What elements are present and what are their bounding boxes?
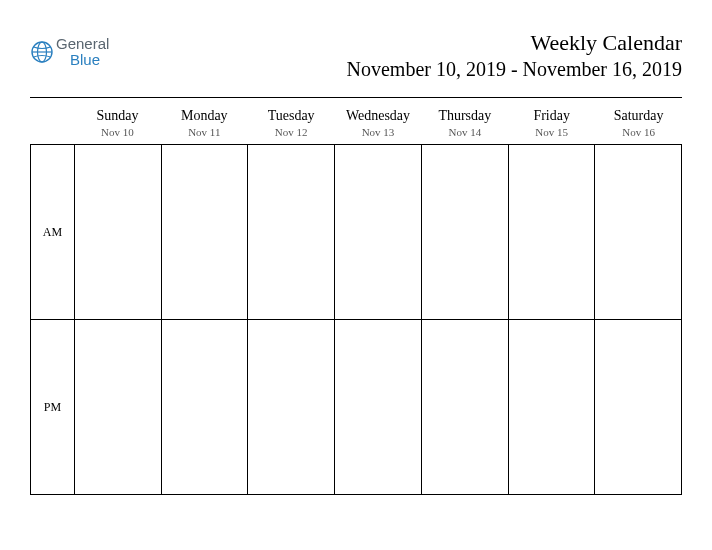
calendar-cell: [74, 145, 161, 320]
page-title: Weekly Calendar: [347, 30, 683, 56]
calendar-cell: [508, 320, 595, 495]
day-date: Nov 14: [421, 126, 508, 138]
calendar-cell: [247, 145, 334, 320]
day-name: Tuesday: [248, 108, 335, 124]
logo-line1: General: [56, 36, 109, 52]
day-header: Wednesday Nov 13: [335, 108, 422, 138]
logo-text: General Blue: [56, 36, 109, 68]
calendar-cell: [421, 145, 508, 320]
day-headers: Sunday Nov 10 Monday Nov 11 Tuesday Nov …: [30, 108, 682, 138]
period-am: AM: [30, 145, 74, 320]
day-header-spacer: [30, 108, 74, 138]
day-name: Thursday: [421, 108, 508, 124]
calendar-cell: [247, 320, 334, 495]
date-range: November 10, 2019 - November 16, 2019: [347, 58, 683, 81]
day-date: Nov 11: [161, 126, 248, 138]
day-name: Saturday: [595, 108, 682, 124]
day-header: Sunday Nov 10: [74, 108, 161, 138]
header: General Blue Weekly Calendar November 10…: [30, 30, 682, 98]
day-header: Monday Nov 11: [161, 108, 248, 138]
day-date: Nov 10: [74, 126, 161, 138]
day-header: Thursday Nov 14: [421, 108, 508, 138]
logo: General Blue: [30, 30, 109, 68]
period-pm: PM: [30, 320, 74, 495]
day-name: Sunday: [74, 108, 161, 124]
day-name: Wednesday: [335, 108, 422, 124]
globe-icon: [30, 40, 54, 64]
calendar-cell: [161, 145, 248, 320]
calendar-cell: [421, 320, 508, 495]
day-header: Tuesday Nov 12: [248, 108, 335, 138]
day-date: Nov 12: [248, 126, 335, 138]
day-name: Friday: [508, 108, 595, 124]
day-name: Monday: [161, 108, 248, 124]
calendar-cell: [334, 145, 421, 320]
day-header: Friday Nov 15: [508, 108, 595, 138]
calendar-cell: [508, 145, 595, 320]
calendar-grid: AM PM: [30, 144, 682, 495]
calendar-cell: [334, 320, 421, 495]
logo-line2: Blue: [56, 52, 109, 68]
day-header: Saturday Nov 16: [595, 108, 682, 138]
calendar-cell: [161, 320, 248, 495]
title-block: Weekly Calendar November 10, 2019 - Nove…: [347, 30, 683, 81]
day-date: Nov 16: [595, 126, 682, 138]
calendar-cell: [594, 320, 681, 495]
day-date: Nov 13: [335, 126, 422, 138]
day-date: Nov 15: [508, 126, 595, 138]
calendar-cell: [594, 145, 681, 320]
calendar: Sunday Nov 10 Monday Nov 11 Tuesday Nov …: [30, 108, 682, 495]
calendar-cell: [74, 320, 161, 495]
